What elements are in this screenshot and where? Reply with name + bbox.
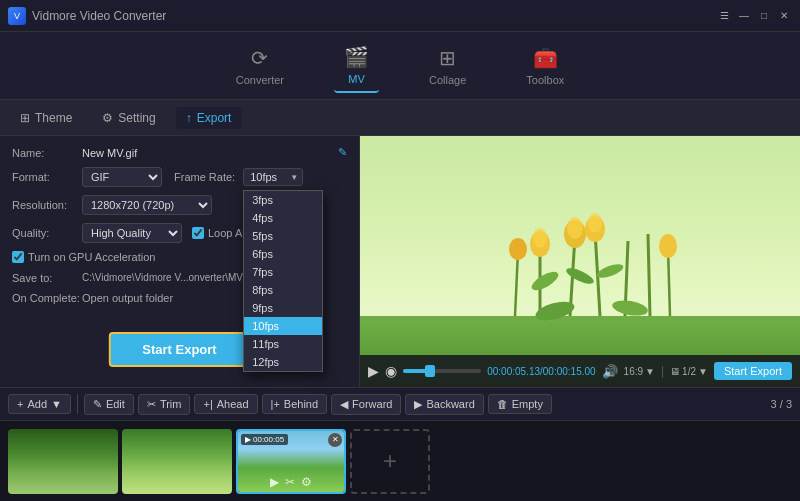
trim-button[interactable]: ✂ Trim [138,394,191,415]
setting-icon: ⚙ [102,111,113,125]
fps-option-8fps[interactable]: 8fps [244,281,322,299]
add-button[interactable]: + Add ▼ [8,394,71,414]
thumb-cut-icon[interactable]: ✂ [285,475,295,489]
fps-dropdown: 3fps 4fps 5fps 6fps 7fps 8fps 9fps 10fps… [243,190,323,372]
empty-button[interactable]: 🗑 Empty [488,394,552,414]
video-scene [360,136,800,387]
on-complete-value[interactable]: Open output folder [82,292,173,304]
tab-collage[interactable]: ⊞ Collage [419,40,476,92]
fps-option-9fps[interactable]: 9fps [244,299,322,317]
item-count: 3 / 3 [771,398,792,410]
loop-animation-input[interactable] [192,227,204,239]
fps-dropdown-container: 10fps 3fps 4fps 5fps 6fps 7fps 8fps 9fps… [243,168,303,186]
bottom-toolbar: + Add ▼ ✎ Edit ✂ Trim +| Ahead |+ Behind… [0,387,800,421]
format-label: Format: [12,171,82,183]
subtab-setting-label: Setting [118,111,155,125]
play-mini-icon: ▶ [245,435,251,444]
backward-button[interactable]: ▶ Backward [405,394,483,415]
trash-icon: 🗑 [497,398,508,410]
thumb-duration: 00:00:05 [253,435,284,444]
nav-tabs: ⟳ Converter 🎬 MV ⊞ Collage 🧰 Toolbox [0,32,800,100]
format-select[interactable]: GIF MP4 AVI [82,167,162,187]
thumb-controls: ▶ ✂ ⚙ [241,475,341,489]
trim-icon: ✂ [147,398,156,411]
start-export-button[interactable]: Start Export [108,332,250,367]
gpu-checkbox-label[interactable]: Turn on GPU Acceleration [12,251,155,263]
tab-collage-label: Collage [429,74,466,86]
fps-option-10fps[interactable]: 10fps [244,317,322,335]
time-current: 00:00:05.13 [487,366,540,377]
edit-button[interactable]: ✎ Edit [84,394,134,415]
progress-bar[interactable] [403,369,481,373]
thumbnail-3[interactable]: ▶ 00:00:05 ▶ ✂ ⚙ ✕ [236,429,346,494]
behind-label: Behind [284,398,318,410]
close-button[interactable]: ✕ [776,8,792,24]
page-indicator: 1/2 [682,366,696,377]
play-button[interactable]: ▶ [368,363,379,379]
subtab-theme[interactable]: ⊞ Theme [10,107,82,129]
fps-option-6fps[interactable]: 6fps [244,245,322,263]
thumb-time-badge: ▶ 00:00:05 [241,434,288,445]
behind-button[interactable]: |+ Behind [262,394,328,414]
tab-toolbox-label: Toolbox [526,74,564,86]
format-row: Format: GIF MP4 AVI Frame Rate: 10fps 3f… [12,167,347,187]
add-icon: + [17,398,23,410]
start-export-container: Start Export [108,332,250,367]
gpu-label: Turn on GPU Acceleration [28,251,155,263]
snapshot-button[interactable]: ◉ [385,363,397,379]
converter-icon: ⟳ [251,46,268,70]
video-controls-bar: ▶ ◉ 00:00:05.13/00:00:15.00 🔊 16:9 ▼ | 🖥… [360,355,800,387]
subtab-export[interactable]: ↑ Export [176,107,242,129]
fps-option-11fps[interactable]: 11fps [244,335,322,353]
thumbnail-1[interactable] [8,429,118,494]
resolution-label: Resolution: [12,199,82,211]
titlebar-left: V Vidmore Video Converter [8,7,166,25]
add-media-button[interactable]: + [350,429,430,494]
tab-mv[interactable]: 🎬 MV [334,39,379,93]
resolution-select[interactable]: 1280x720 (720p) 1920x1080 (1080p) [82,195,212,215]
name-edit-icon[interactable]: ✎ [338,146,347,159]
minimize-button[interactable]: — [736,8,752,24]
subtab-export-label: Export [197,111,232,125]
page-indicator-container[interactable]: 🖥 1/2 ▼ [670,366,708,377]
forward-button[interactable]: ◀ Forward [331,394,401,415]
fps-option-3fps[interactable]: 3fps [244,191,322,209]
save-to-label: Save to: [12,272,82,284]
thumb-overlay-1 [8,429,118,494]
fps-option-12fps[interactable]: 12fps [244,353,322,371]
volume-icon[interactable]: 🔊 [602,364,618,379]
name-row: Name: New MV.gif ✎ [12,146,347,159]
thumb-play-icon[interactable]: ▶ [270,475,279,489]
thumb-close-button[interactable]: ✕ [328,433,342,447]
maximize-button[interactable]: □ [756,8,772,24]
theme-icon: ⊞ [20,111,30,125]
on-complete-label: On Complete: [12,292,82,304]
aspect-ratio[interactable]: 16:9 ▼ [624,366,655,377]
menu-button[interactable]: ☰ [716,8,732,24]
separator-1 [77,394,78,414]
thumbnail-2[interactable] [122,429,232,494]
subtab-setting[interactable]: ⚙ Setting [92,107,165,129]
tab-converter[interactable]: ⟳ Converter [226,40,294,92]
ahead-button[interactable]: +| Ahead [194,394,257,414]
fps-select[interactable]: 10fps [243,168,303,186]
thumb-overlay-2 [122,429,232,494]
video-preview-panel: ▶ ◉ 00:00:05.13/00:00:15.00 🔊 16:9 ▼ | 🖥… [360,136,800,387]
edit-icon: ✎ [93,398,102,411]
tab-toolbox[interactable]: 🧰 Toolbox [516,40,574,92]
quality-select[interactable]: High Quality Medium Quality Low Quality [82,223,182,243]
fps-option-4fps[interactable]: 4fps [244,209,322,227]
time-total: 00:00:15.00 [543,366,596,377]
ahead-icon: +| [203,398,212,410]
backward-label: Backward [426,398,474,410]
thumb-settings-icon[interactable]: ⚙ [301,475,312,489]
gpu-checkbox-input[interactable] [12,251,24,263]
backward-icon: ▶ [414,398,422,411]
video-export-button[interactable]: Start Export [714,362,792,380]
fps-option-5fps[interactable]: 5fps [244,227,322,245]
fps-option-7fps[interactable]: 7fps [244,263,322,281]
fps-selected-value: 10fps [250,171,277,183]
tab-mv-label: MV [348,73,365,85]
svg-rect-22 [360,136,800,387]
forward-label: Forward [352,398,392,410]
